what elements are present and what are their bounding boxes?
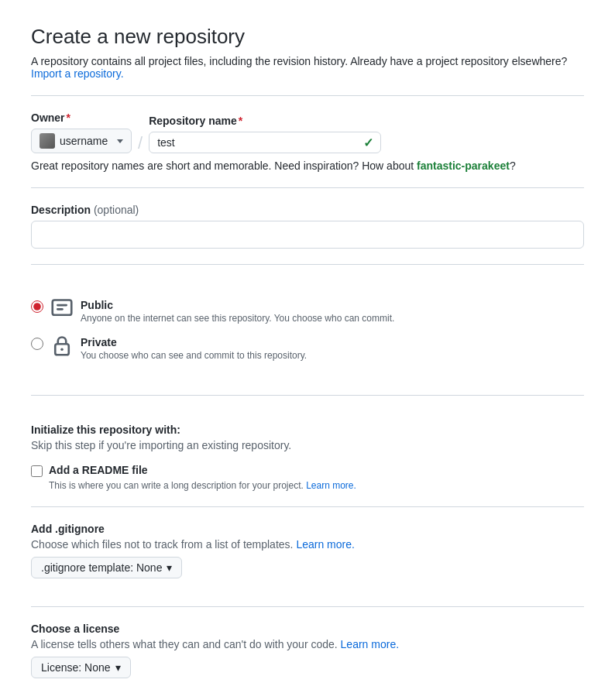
license-chevron-icon: ▾ <box>115 661 121 674</box>
owner-group: Owner* username <box>31 112 132 153</box>
license-dropdown[interactable]: License: None ▾ <box>31 657 131 678</box>
gitignore-desc: Choose which files not to track from a l… <box>31 538 584 551</box>
description-group: Description (optional) <box>31 204 584 249</box>
divider-after-gitignore <box>31 606 584 607</box>
svg-point-4 <box>60 348 64 352</box>
owner-label: Owner* <box>31 112 132 124</box>
private-text: Private You choose who can see and commi… <box>81 336 307 361</box>
divider-after-name <box>31 187 584 188</box>
check-icon: ✓ <box>363 136 373 150</box>
gitignore-chevron-icon: ▾ <box>167 561 172 574</box>
page-title: Create a new repository <box>31 25 584 49</box>
repo-name-input[interactable] <box>149 132 381 153</box>
suggestion-link[interactable]: fantastic-parakeet <box>417 160 510 172</box>
license-section: Choose a license A license tells others … <box>31 623 584 691</box>
page-subtitle: A repository contains all project files,… <box>31 55 584 80</box>
readme-row[interactable]: Add a README file <box>31 464 584 477</box>
divider-after-visibility <box>31 395 584 396</box>
license-desc: A license tells others what they can and… <box>31 638 584 650</box>
readme-section: Add a README file This is where you can … <box>31 464 584 491</box>
gitignore-learn-more[interactable]: Learn more. <box>296 538 354 551</box>
initialize-section: Initialize this repository with: Skip th… <box>31 411 584 700</box>
visibility-group: Public Anyone on the internet can see th… <box>31 280 584 379</box>
svg-rect-1 <box>57 304 67 307</box>
public-icon <box>51 297 73 319</box>
gitignore-title: Add .gitignore <box>31 523 584 535</box>
license-title: Choose a license <box>31 623 584 635</box>
suggestion-text: Great repository names are short and mem… <box>31 160 584 172</box>
public-radio[interactable] <box>31 300 43 313</box>
owner-name: username <box>60 135 109 147</box>
public-option[interactable]: Public Anyone on the internet can see th… <box>31 293 584 330</box>
public-text: Public Anyone on the internet can see th… <box>81 299 394 324</box>
license-dropdown-label: License: None <box>41 661 111 674</box>
private-option[interactable]: Private You choose who can see and commi… <box>31 330 584 367</box>
lock-icon <box>51 335 73 356</box>
chevron-down-icon <box>117 139 123 143</box>
divider-top <box>31 95 584 96</box>
repo-name-label: Repository name* <box>149 115 381 127</box>
divider-after-description <box>31 264 584 265</box>
initialize-subtitle: Skip this step if you're importing an ex… <box>31 439 584 451</box>
owner-select[interactable]: username <box>31 129 132 153</box>
svg-rect-2 <box>57 308 64 311</box>
description-label: Description (optional) <box>31 204 584 216</box>
slash-separator: / <box>138 135 143 153</box>
import-link[interactable]: Import a repository. <box>31 67 124 80</box>
readme-learn-more[interactable]: Learn more. <box>306 480 356 491</box>
license-learn-more[interactable]: Learn more. <box>341 638 399 650</box>
repo-name-required-star: * <box>239 115 242 127</box>
owner-required-star: * <box>67 112 70 124</box>
divider-after-readme <box>31 506 584 507</box>
repo-name-wrapper: ✓ <box>149 132 381 153</box>
description-optional: (optional) <box>94 204 139 216</box>
repo-name-group: Repository name* ✓ <box>149 115 381 153</box>
gitignore-dropdown[interactable]: .gitignore template: None ▾ <box>31 557 182 578</box>
readme-checkbox[interactable] <box>31 465 43 477</box>
initialize-title: Initialize this repository with: <box>31 424 584 436</box>
readme-desc: This is where you can write a long descr… <box>49 480 584 491</box>
owner-avatar <box>40 133 55 149</box>
owner-repo-row: Owner* username / Repository name* ✓ <box>31 112 584 153</box>
readme-label: Add a README file <box>49 464 148 476</box>
gitignore-section: Add .gitignore Choose which files not to… <box>31 523 584 591</box>
gitignore-dropdown-label: .gitignore template: None <box>41 561 162 574</box>
svg-rect-0 <box>53 300 72 315</box>
description-input[interactable] <box>31 221 584 249</box>
private-radio[interactable] <box>31 338 43 350</box>
